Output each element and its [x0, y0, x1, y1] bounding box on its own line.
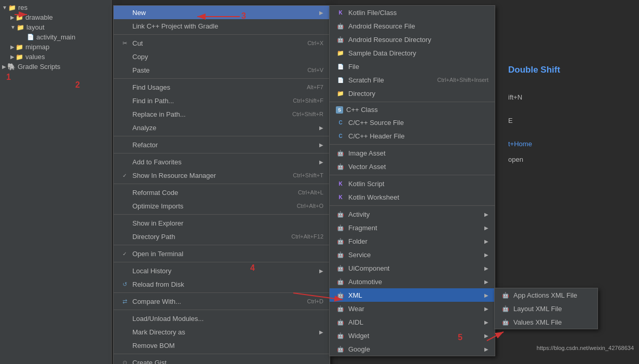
sidebar-label-values: values: [25, 53, 45, 61]
menu-item-remove-bom[interactable]: Remove BOM: [114, 339, 330, 352]
menu-item-refactor[interactable]: Refactor ▶: [114, 138, 330, 151]
expand-arrow: ▼: [2, 5, 7, 10]
menu-item-optimize[interactable]: Optimize Imports Ctrl+Alt+O: [114, 199, 330, 213]
menu-item-open-terminal[interactable]: ✓ Open in Terminal: [114, 247, 330, 260]
shortcut-optimize: Ctrl+Alt+O: [287, 203, 323, 209]
sidebar-label-res: res: [18, 4, 28, 11]
separator: [114, 245, 330, 245]
menu-item-xml[interactable]: 🤖 XML ▶: [330, 288, 495, 302]
menu-item-kotlin-class[interactable]: K Kotlin File/Class: [330, 6, 495, 19]
refresh-icon: ↺: [120, 279, 129, 289]
menu-label-mark-dir: Mark Directory as: [132, 328, 185, 336]
separator: [330, 175, 495, 175]
menu-item-kotlin-script[interactable]: K Kotlin Script: [330, 177, 495, 190]
menu-item-scratch-file[interactable]: 📄 Scratch File Ctrl+Alt+Shift+Insert: [330, 73, 495, 87]
menu-item-widget[interactable]: 🤖 Widget ▶: [330, 329, 495, 342]
menu-item-mark-dir[interactable]: Mark Directory as ▶: [114, 325, 330, 339]
shortcut-dir-path: Ctrl+Alt+F12: [281, 233, 323, 240]
menu-item-folder[interactable]: 🤖 Folder ▶: [330, 234, 495, 248]
link-cpp-icon: [120, 21, 129, 31]
menu-item-reformat[interactable]: Reformat Code Ctrl+Alt+L: [114, 186, 330, 199]
expand-arrow: ▶: [10, 44, 15, 50]
context-menu-xml-submenu: 🤖 App Actions XML File 🤖 Layout XML File…: [494, 288, 598, 329]
menu-label-reload: Reload from Disk: [132, 281, 184, 288]
menu-item-automotive[interactable]: 🤖 Automotive ▶: [330, 275, 495, 288]
menu-item-show-resource[interactable]: ✓ Show In Resource Manager Ctrl+Shift+T: [114, 169, 330, 182]
menu-item-cpp-source[interactable]: C C/C++ Source File: [330, 116, 495, 129]
menu-item-android-resource-dir[interactable]: 🤖 Android Resource Directory: [330, 33, 495, 46]
menu-label-cpp-class: C++ Class: [346, 106, 378, 114]
layout-xml-icon: 🤖: [501, 304, 510, 313]
menu-item-service[interactable]: 🤖 Service ▶: [330, 248, 495, 261]
menu-item-cut[interactable]: ✂ Cut Ctrl+X: [114, 36, 330, 50]
sidebar-item-drawable[interactable]: ▶ 📁 drawable: [0, 12, 111, 22]
folder-icon: 📁: [16, 44, 23, 51]
menu-item-vector-asset[interactable]: 🤖 Vector Asset: [330, 160, 495, 173]
menu-item-compare[interactable]: ⇄ Compare With... Ctrl+D: [114, 295, 330, 308]
app-actions-xml-icon: 🤖: [501, 290, 510, 300]
separator: [330, 205, 495, 206]
menu-item-wear[interactable]: 🤖 Wear ▶: [330, 302, 495, 315]
replace-path-icon: [120, 109, 129, 119]
menu-item-local-history[interactable]: Local History ▶: [114, 264, 330, 277]
separator: [114, 136, 330, 136]
separator: [114, 262, 330, 262]
menu-item-activity[interactable]: 🤖 Activity ▶: [330, 207, 495, 221]
menu-label-image-asset: Image Asset: [348, 149, 386, 157]
find-usages-icon: [120, 82, 129, 92]
menu-label-ui-component: UiComponent: [348, 264, 390, 272]
menu-item-google[interactable]: 🤖 Google ▶: [330, 342, 495, 356]
menu-item-find-path[interactable]: Find in Path... Ctrl+Shift+F: [114, 94, 330, 107]
folder-icon: 📁: [16, 14, 23, 21]
shortcut-compare: Ctrl+D: [297, 298, 323, 304]
shift-n-hint: ift+N: [508, 93, 634, 101]
menu-item-replace-path[interactable]: Replace in Path... Ctrl+Shift+R: [114, 107, 330, 121]
ui-component-icon: 🤖: [336, 263, 345, 273]
menu-item-layout-xml[interactable]: 🤖 Layout XML File: [495, 302, 597, 315]
menu-item-reload[interactable]: ↺ Reload from Disk: [114, 277, 330, 291]
menu-item-show-explorer[interactable]: Show in Explorer: [114, 216, 330, 230]
menu-item-directory[interactable]: 📁 Directory: [330, 87, 495, 100]
sidebar-item-values[interactable]: ▶ 📁 values: [0, 52, 111, 62]
menu-item-ui-component[interactable]: 🤖 UiComponent ▶: [330, 261, 495, 275]
menu-item-values-xml[interactable]: 🤖 Values XML File: [495, 315, 597, 329]
menu-item-app-actions-xml[interactable]: 🤖 App Actions XML File: [495, 288, 597, 302]
menu-item-directory-path[interactable]: Directory Path Ctrl+Alt+F12: [114, 230, 330, 243]
menu-item-link-cpp[interactable]: Link C++ Project with Gradle: [114, 19, 330, 33]
expand-arrow: ▶: [2, 64, 6, 69]
menu-item-android-resource-file[interactable]: 🤖 Android Resource File: [330, 19, 495, 33]
s-icon: S: [336, 106, 343, 114]
menu-item-sample-data[interactable]: 📁 Sample Data Directory: [330, 46, 495, 60]
menu-item-load-modules[interactable]: Load/Unload Modules...: [114, 312, 330, 325]
menu-item-new[interactable]: New ▶: [114, 6, 330, 19]
menu-label-find-usages: Find Usages: [132, 83, 170, 91]
menu-item-add-favorites[interactable]: Add to Favorites ▶: [114, 155, 330, 169]
menu-item-create-gist[interactable]: ⊙ Create Gist...: [114, 356, 330, 364]
menu-item-copy[interactable]: Copy: [114, 50, 330, 63]
sidebar-item-layout[interactable]: ▼ 📁 layout: [0, 22, 111, 32]
menu-label-copy: Copy: [132, 53, 148, 61]
context-menu-new-submenu: K Kotlin File/Class 🤖 Android Resource F…: [329, 5, 495, 356]
menu-item-find-usages[interactable]: Find Usages Alt+F7: [114, 80, 330, 94]
menu-item-paste[interactable]: Paste Ctrl+V: [114, 63, 330, 77]
submenu-arrow: ▶: [319, 329, 323, 335]
menu-item-kotlin-worksheet[interactable]: K Kotlin Worksheet: [330, 190, 495, 204]
menu-item-cpp-header[interactable]: C C/C++ Header File: [330, 129, 495, 143]
google-icon: 🤖: [336, 344, 345, 354]
menu-label-wear: Wear: [348, 305, 364, 313]
menu-label-create-gist: Create Gist...: [132, 359, 172, 365]
sample-data-icon: 📁: [336, 48, 345, 58]
menu-item-cpp-class[interactable]: S C++ Class: [330, 104, 495, 116]
separator: [330, 102, 495, 102]
menu-item-fragment[interactable]: 🤖 Fragment ▶: [330, 221, 495, 234]
menu-item-analyze[interactable]: Analyze ▶: [114, 121, 330, 134]
menu-item-aidl[interactable]: 🤖 AIDL ▶: [330, 315, 495, 329]
sidebar-item-mipmap[interactable]: ▶ 📁 mipmap: [0, 42, 111, 52]
sidebar-item-gradle[interactable]: ▶ 🐘 Gradle Scripts: [0, 62, 111, 72]
shift-text: ift+N: [508, 93, 522, 101]
menu-item-image-asset[interactable]: 🤖 Image Asset: [330, 146, 495, 160]
menu-item-file[interactable]: 📄 File: [330, 60, 495, 73]
sidebar-item-activity-main[interactable]: 📄 activity_main: [0, 32, 111, 42]
sidebar-item-res[interactable]: ▼ 📁 res: [0, 3, 111, 12]
submenu-arrow: ▶: [319, 142, 323, 148]
